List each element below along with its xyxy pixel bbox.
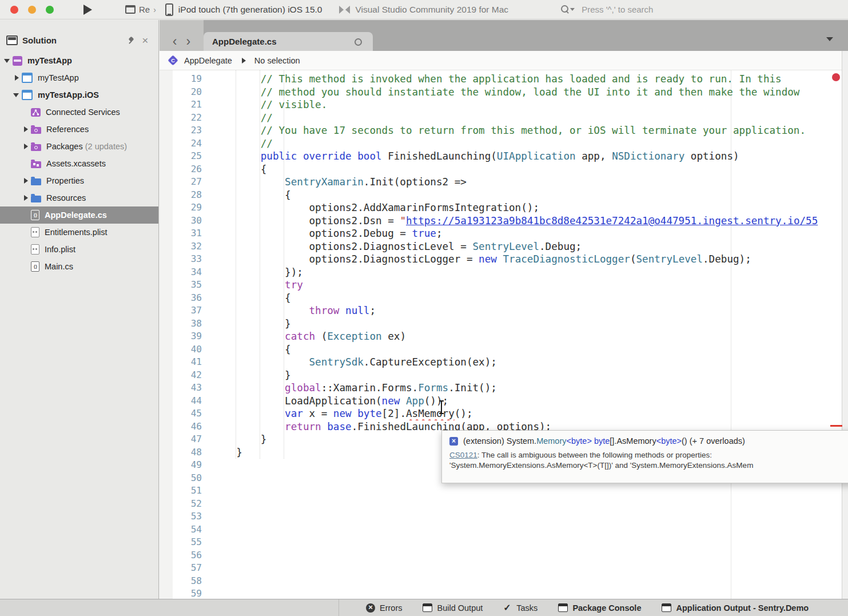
code-line[interactable]: 59 [160,587,842,599]
panel-tab-build-output[interactable]: Build Output [423,603,483,613]
panel-tab-package-console[interactable]: Package Console [558,603,641,613]
build-configuration-selector[interactable]: Re [125,5,156,14]
code-line[interactable]: 31 options2.Debug = true; [160,227,842,240]
code-line[interactable]: 22 // [160,112,842,125]
line-number: 39 [160,330,202,343]
expanded-arrow-icon[interactable] [3,57,13,65]
code-line[interactable]: 36 { [160,292,842,305]
breadcrumb-selection[interactable]: No selection [254,56,300,65]
sidebar-item-main-cs[interactable]: Main.cs [0,258,158,275]
collapsed-arrow-icon[interactable] [13,74,22,82]
close-window-button[interactable] [10,6,18,14]
scrollbar-overview-strip[interactable] [842,51,848,599]
code-line[interactable]: 43 global::Xamarin.Forms.Forms.Init(); [160,381,842,395]
sidebar-item-mytestapp[interactable]: myTestApp [0,69,158,86]
breadcrumb-class[interactable]: AppDelegate [184,56,232,65]
code-line[interactable]: 44 LoadApplication(new App()); [160,395,842,408]
sidebar-item-label: myTestApp [38,73,79,82]
close-icon[interactable] [142,37,148,44]
code-line[interactable]: 32 options2.DiagnosticLevel = SentryLeve… [160,240,842,253]
collapsed-arrow-icon[interactable] [22,142,31,150]
line-number: 53 [160,510,202,523]
search-icon [561,5,575,14]
tab-list-dropdown-icon[interactable] [826,37,833,41]
code-line[interactable]: 34 }); [160,266,842,279]
code-line[interactable]: 54 [160,523,842,536]
run-button[interactable] [83,5,92,15]
code-line[interactable]: 24 // [160,137,842,150]
code-line[interactable]: 56 [160,549,842,562]
forward-arrow-icon[interactable] [186,36,191,46]
code-line[interactable]: 29 options2.AddXamarinFormsIntegration()… [160,201,842,214]
sidebar-item-label: myTestApp.iOS [38,90,99,100]
code-line[interactable]: 38 } [160,317,842,331]
search-field[interactable]: Press '^,' to search [561,5,653,14]
code-line[interactable]: 30 options2.Dsn = "https://5a193123a9b84… [160,214,842,228]
code-line[interactable]: 28 { [160,189,842,202]
error-location-marker[interactable] [830,425,842,427]
sidebar-item-properties[interactable]: Properties [0,172,158,189]
line-number: 27 [160,176,202,189]
pin-icon[interactable] [128,37,135,44]
code-line[interactable]: 20 // method you should instantiate the … [160,86,842,99]
visual-studio-logo-icon [339,6,350,14]
code-line[interactable]: 58 [160,575,842,588]
code-line[interactable]: 23 // You have 17 seconds to return from… [160,124,842,137]
code-line[interactable]: 37 throw null; [160,304,842,317]
chevron-right-icon [153,5,156,14]
code-line[interactable]: 21 // visible. [160,98,842,112]
code-line[interactable]: 42 } [160,369,842,382]
code-line[interactable]: 55 [160,536,842,549]
panel-tab-tasks[interactable]: Tasks [503,603,538,613]
minimize-window-button[interactable] [28,6,36,14]
code-line[interactable]: 57 [160,562,842,575]
code-line[interactable]: 26 { [160,163,842,176]
search-placeholder: Press '^,' to search [582,5,653,14]
device-label: iPod touch (7th generation) iOS 15.0 [178,5,323,15]
code-line[interactable]: 35 try [160,279,842,292]
panel-tab-application-output-sentry-demo[interactable]: Application Output - Sentry.Demo [662,603,809,613]
code-line[interactable]: 39 catch (Exception ex) [160,330,842,343]
sidebar-item-appdelegate-cs[interactable]: AppDelegate.cs [0,206,158,224]
error-status-dot-icon[interactable] [832,73,840,81]
sidebar-item-assets-xcassets[interactable]: Assets.xcassets [0,155,158,172]
sidebar-item-entitlements-plist[interactable]: Entitlements.plist [0,224,158,241]
sidebar-item-resources[interactable]: Resources [0,189,158,206]
panel-tab-errors[interactable]: Errors [366,603,402,613]
errors-icon [366,603,375,613]
sidebar-item-packages[interactable]: Packages (2 updates) [0,138,158,155]
sidebar-item-mytestapp-ios[interactable]: myTestApp.iOS [0,86,158,104]
sidebar-item-mytestapp[interactable]: myTestApp [0,52,158,69]
back-arrow-icon[interactable] [173,36,177,46]
code-line[interactable]: 19 // This method is invoked when the ap… [160,73,842,86]
line-number: 22 [160,112,202,125]
code-line[interactable]: 40 { [160,343,842,356]
sidebar-item-references[interactable]: References [0,121,158,138]
code-line[interactable]: 53 [160,510,842,523]
tab-strip: AppDelegate.cs [160,20,848,51]
code-editor[interactable]: 19 // This method is invoked when the ap… [160,70,842,599]
sidebar-item-connected-services[interactable]: Connected Services [0,104,158,121]
collapsed-arrow-icon[interactable] [22,125,31,133]
modified-indicator-icon [355,38,362,46]
code-line[interactable]: 33 options2.DiagnosticLogger = new Trace… [160,253,842,266]
error-code-link[interactable]: CS0121 [449,451,477,459]
code-line[interactable]: 27 SentryXamarin.Init(options2 => [160,176,842,189]
code-line[interactable]: 25 public override bool FinishedLaunchin… [160,150,842,163]
status-panel-bar: ErrorsBuild OutputTasksPackage ConsoleAp… [0,599,848,616]
code-line[interactable]: 52 [160,498,842,511]
code-line[interactable]: 51 [160,484,842,498]
device-selector[interactable]: iPod touch (7th generation) iOS 15.0 [165,3,323,16]
collapsed-arrow-icon[interactable] [22,177,31,185]
arrow-spacer [22,211,31,219]
collapsed-arrow-icon[interactable] [22,194,31,202]
code-line[interactable]: 41 SentrySdk.CaptureException(ex); [160,356,842,369]
sidebar-item-label: Properties [46,176,84,185]
code-line[interactable]: 45 var x = new byte[2].AsMemory(); [160,407,842,420]
line-number: 31 [160,227,202,240]
app-title-label: Visual Studio Community 2019 for Mac [355,5,508,15]
tab-appdelegate[interactable]: AppDelegate.cs [204,32,373,51]
sidebar-item-info-plist[interactable]: Info.plist [0,241,158,258]
expanded-arrow-icon[interactable] [13,91,22,99]
zoom-window-button[interactable] [46,6,54,14]
